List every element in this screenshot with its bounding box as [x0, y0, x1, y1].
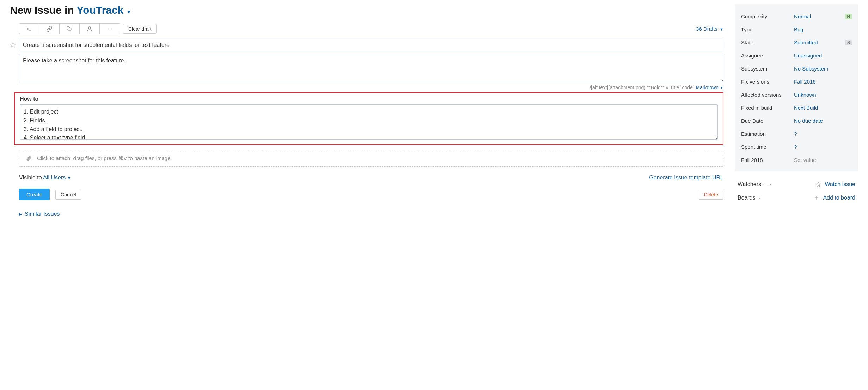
star-icon[interactable] — [10, 39, 16, 49]
field-label: Assignee — [741, 53, 794, 59]
visibility-value: All Users — [43, 175, 66, 181]
attachment-hint: Click to attach, drag files, or press ⌘V… — [37, 155, 171, 162]
generate-template-link[interactable]: Generate issue template URL — [649, 175, 723, 181]
field-value[interactable]: No Subsystem — [794, 66, 852, 72]
visibility-control[interactable]: Visible to All Users ▼ — [19, 175, 71, 181]
field-value[interactable]: Unassigned — [794, 53, 852, 59]
field-badge: S — [845, 40, 852, 45]
field-value[interactable]: No due date — [794, 118, 852, 124]
field-value[interactable]: Submitted — [794, 39, 845, 45]
paperclip-icon — [26, 155, 32, 162]
field-label: Fall 2018 — [741, 157, 794, 163]
custom-field-row[interactable]: Due DateNo due date — [741, 114, 852, 127]
drafts-dropdown[interactable]: 36 Drafts ▼ — [696, 26, 723, 32]
add-to-board-button[interactable]: Add to board — [814, 195, 855, 201]
custom-field-row[interactable]: SubsystemNo Subsystem — [741, 62, 852, 75]
supplemental-field-highlight: How to 1. Edit project. 2. Fields. 3. Ad… — [14, 92, 723, 145]
markdown-hint-row: ![alt text](attachment.png) **Bold** # T… — [19, 85, 723, 90]
svg-marker-7 — [816, 182, 821, 187]
svg-point-3 — [108, 28, 109, 29]
delete-button[interactable]: Delete — [699, 190, 723, 200]
similar-issues-label: Similar Issues — [25, 211, 60, 217]
supplemental-field-label: How to — [20, 96, 718, 102]
watch-issue-label: Watch issue — [825, 181, 855, 188]
boards-label: Boards — [738, 195, 756, 201]
field-value[interactable]: Bug — [794, 26, 852, 32]
field-badge: N — [845, 14, 852, 19]
field-value[interactable]: Fall 2016 — [794, 79, 852, 85]
watchers-label: Watchers — [738, 181, 761, 188]
field-label: Type — [741, 26, 794, 32]
supplemental-field-input[interactable]: 1. Edit project. 2. Fields. 3. Add a fie… — [20, 104, 718, 140]
drafts-count: 36 Drafts — [696, 26, 717, 32]
command-icon-button[interactable] — [19, 24, 39, 34]
description-input[interactable]: Please take a screenshot for this featur… — [19, 55, 723, 82]
chevron-down-icon: ▼ — [720, 86, 723, 90]
similar-issues-toggle[interactable]: ▶ Similar Issues — [19, 211, 723, 217]
custom-field-row[interactable]: Fix versionsFall 2016 — [741, 75, 852, 88]
visibility-label: Visible to — [19, 175, 43, 181]
field-label: Affected versions — [741, 92, 794, 98]
field-value[interactable]: Unknown — [794, 92, 852, 98]
field-value[interactable]: Next Build — [794, 105, 852, 111]
chevron-down-icon: ▼ — [67, 176, 71, 180]
tag-icon-button[interactable] — [60, 24, 80, 34]
svg-marker-6 — [10, 42, 15, 47]
chevron-right-icon: › — [769, 182, 771, 187]
field-value[interactable]: ? — [794, 144, 852, 150]
project-link[interactable]: YouTrack — [77, 4, 124, 16]
field-label: Fix versions — [741, 79, 794, 85]
watchers-toggle[interactable]: Watchers – › — [738, 181, 771, 188]
toolbar-button-group — [19, 23, 120, 34]
chevron-right-icon: › — [758, 195, 760, 201]
page-title: New Issue in YouTrack — [10, 4, 123, 16]
custom-field-row[interactable]: Spent time? — [741, 140, 852, 153]
custom-field-row[interactable]: Estimation? — [741, 127, 852, 140]
user-icon-button[interactable] — [80, 24, 100, 34]
link-icon-button[interactable] — [39, 24, 60, 34]
field-label: Fixed in build — [741, 105, 794, 111]
markdown-hint-text: ![alt text](attachment.png) **Bold** # T… — [589, 85, 694, 90]
field-label: Subsystem — [741, 66, 794, 72]
custom-field-row[interactable]: Fixed in buildNext Build — [741, 101, 852, 114]
field-label: Estimation — [741, 131, 794, 137]
cancel-button[interactable]: Cancel — [55, 190, 81, 200]
star-icon — [815, 182, 821, 187]
field-value[interactable]: Normal — [794, 13, 845, 19]
field-label: Spent time — [741, 144, 794, 150]
svg-point-2 — [88, 27, 91, 29]
svg-point-1 — [68, 28, 69, 28]
more-icon-button[interactable] — [100, 24, 120, 34]
page-title-row: New Issue in YouTrack ▼ — [10, 4, 723, 17]
custom-field-row[interactable]: TypeBug — [741, 23, 852, 36]
markdown-toggle[interactable]: Markdown — [696, 85, 719, 90]
field-label: Complexity — [741, 13, 794, 19]
summary-input[interactable] — [19, 39, 723, 51]
field-value[interactable]: ? — [794, 131, 852, 137]
custom-field-row[interactable]: AssigneeUnassigned — [741, 49, 852, 62]
triangle-right-icon: ▶ — [19, 212, 22, 217]
clear-draft-button[interactable]: Clear draft — [123, 24, 157, 34]
custom-field-row[interactable]: ComplexityNormalN — [741, 10, 852, 23]
field-label: Due Date — [741, 118, 794, 124]
field-value[interactable]: Set value — [794, 157, 852, 163]
boards-toggle[interactable]: Boards › — [738, 195, 760, 201]
watch-issue-button[interactable]: Watch issue — [815, 181, 855, 188]
svg-point-5 — [111, 28, 112, 29]
watchers-count: – — [764, 182, 766, 187]
plus-icon — [814, 195, 819, 201]
create-button[interactable]: Create — [19, 189, 50, 200]
custom-fields-panel: ComplexityNormalNTypeBugStateSubmittedSA… — [735, 4, 858, 171]
svg-point-4 — [109, 28, 110, 29]
custom-field-row[interactable]: StateSubmittedS — [741, 36, 852, 49]
add-to-board-label: Add to board — [823, 195, 855, 201]
field-label: State — [741, 39, 794, 45]
chevron-down-icon: ▼ — [720, 27, 723, 31]
title-prefix: New Issue in — [10, 4, 77, 16]
project-dropdown-caret[interactable]: ▼ — [126, 9, 131, 17]
custom-field-row[interactable]: Affected versionsUnknown — [741, 88, 852, 101]
attachment-dropzone[interactable]: Click to attach, drag files, or press ⌘V… — [19, 150, 723, 167]
custom-field-row[interactable]: Fall 2018Set value — [741, 153, 852, 166]
